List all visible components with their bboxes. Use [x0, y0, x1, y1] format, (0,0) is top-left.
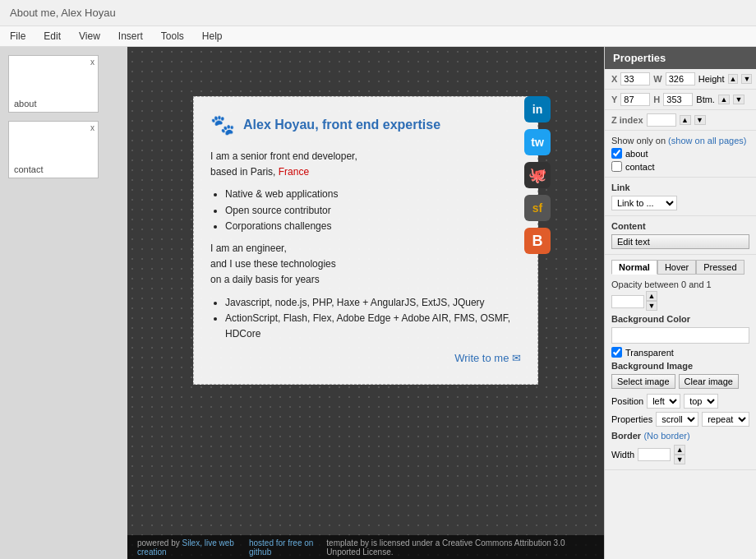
- content-title: Content: [611, 221, 749, 231]
- card-body: I am a senior front end developer, based…: [210, 149, 521, 367]
- bg-image-buttons: Select image Clear image: [611, 374, 749, 389]
- page-thumb-contact[interactable]: x contact: [8, 121, 99, 178]
- opacity-spin-down[interactable]: ▼: [646, 301, 657, 311]
- zindex-input[interactable]: [647, 113, 676, 127]
- coord-row-yh: Y H Btm. ▲ ▼: [605, 90, 756, 110]
- menu-view[interactable]: View: [76, 29, 104, 44]
- scroll-select[interactable]: scroll: [656, 412, 698, 427]
- show-all-pages-link[interactable]: (show on all pages): [668, 136, 746, 146]
- page-about-label: about: [14, 99, 37, 109]
- list1-item1: Native & web applications: [225, 187, 521, 202]
- border-link[interactable]: (No border): [643, 431, 689, 441]
- w-input[interactable]: [666, 72, 695, 85]
- linkedin-icon[interactable]: in: [524, 96, 551, 122]
- canvas-area: 🐾 Alex Hoyau, front end expertise I am a…: [127, 47, 604, 559]
- list1: Native & web applications Open source co…: [225, 187, 521, 234]
- zindex-spin-down[interactable]: ▼: [694, 115, 706, 125]
- x-input[interactable]: [620, 72, 650, 85]
- h-label: H: [653, 95, 660, 104]
- checkbox-about[interactable]: [611, 148, 622, 159]
- zindex-spin-up[interactable]: ▲: [680, 115, 691, 125]
- intro-line3: I am an engineer, and I use these techno…: [210, 241, 521, 289]
- properties-row: Properties scroll repeat: [611, 412, 749, 427]
- list1-item2: Open source contributor: [225, 203, 521, 219]
- position-row: Position left top: [611, 394, 749, 409]
- menu-insert[interactable]: Insert: [115, 29, 146, 44]
- repeat-select[interactable]: repeat: [702, 412, 749, 427]
- paw-icon: 🐾: [210, 113, 235, 136]
- menu-help[interactable]: Help: [199, 29, 226, 44]
- intro-line1: I am a senior front end developer, based…: [210, 149, 521, 180]
- opacity-row: Opacity between 0 and 1 ▲ ▼: [611, 280, 749, 311]
- card-title: Alex Hoyau, front end expertise: [243, 118, 440, 132]
- x-label: X: [611, 74, 617, 84]
- border-title: Border: [611, 431, 641, 441]
- link-select[interactable]: Link to ...: [611, 196, 677, 210]
- app-title: About me, Alex Hoyau: [10, 7, 116, 19]
- close-about-icon[interactable]: x: [90, 58, 94, 67]
- position-top-select[interactable]: top: [684, 394, 718, 409]
- transparent-row: Transparent: [611, 347, 749, 358]
- opacity-spin-up[interactable]: ▲: [646, 291, 657, 301]
- menu-edit[interactable]: Edit: [40, 29, 64, 44]
- width-spin-down[interactable]: ▼: [674, 455, 685, 464]
- content-section: Content Edit text: [605, 216, 756, 255]
- h-input[interactable]: [663, 93, 693, 106]
- btm-spin-down[interactable]: ▼: [733, 95, 744, 104]
- tab-pressed[interactable]: Pressed: [696, 260, 744, 275]
- clear-image-button[interactable]: Clear image: [679, 374, 739, 389]
- sf-icon[interactable]: sf: [524, 195, 551, 221]
- show-only-row: Show only on (show on all pages): [611, 136, 749, 146]
- width-input[interactable]: [638, 448, 671, 461]
- write-to-me[interactable]: Write to me ✉: [210, 350, 521, 367]
- position-left-select[interactable]: left: [647, 394, 680, 409]
- tab-hover[interactable]: Hover: [657, 260, 696, 275]
- footer-left: powered by Silex, live web creation: [137, 538, 249, 557]
- panel-header: Properties: [605, 47, 756, 69]
- twitter-icon[interactable]: tw: [524, 129, 551, 155]
- menu-bar: File Edit View Insert Tools Help: [0, 26, 756, 47]
- w-label: W: [653, 74, 662, 84]
- right-panel: Properties X W Height ▲ ▼ Y H Btm. ▲ ▼ Z…: [604, 47, 756, 559]
- height-spin-down[interactable]: ▼: [741, 74, 752, 84]
- silex-link[interactable]: Silex, live web creation: [137, 538, 234, 557]
- close-contact-icon[interactable]: x: [90, 123, 94, 132]
- content-card[interactable]: 🐾 Alex Hoyau, front end expertise I am a…: [193, 96, 538, 385]
- y-input[interactable]: [620, 93, 650, 106]
- properties-label: Properties: [611, 414, 652, 424]
- bg-color-box[interactable]: [611, 327, 749, 344]
- transparent-label: Transparent: [625, 348, 674, 358]
- checkbox-about-label: about: [625, 149, 648, 159]
- height-label: Height: [698, 74, 725, 84]
- show-only-section: Show only on (show on all pages) about c…: [605, 131, 756, 178]
- github-link[interactable]: hosted for free on github: [249, 538, 326, 557]
- checkbox-contact[interactable]: [611, 161, 622, 172]
- tab-normal[interactable]: Normal: [611, 260, 657, 275]
- menu-file[interactable]: File: [7, 29, 29, 44]
- width-spin-up[interactable]: ▲: [674, 445, 685, 455]
- checkbox-about-row: about: [611, 148, 749, 159]
- menu-tools[interactable]: Tools: [158, 29, 187, 44]
- opacity-input[interactable]: [611, 295, 644, 308]
- coord-row-z: Z index ▲ ▼: [605, 110, 756, 131]
- width-row: Width ▲ ▼: [611, 445, 749, 464]
- opacity-sublabel: between 0 and 1: [644, 280, 711, 289]
- blogger-icon[interactable]: B: [524, 228, 551, 254]
- state-tabs-section: Normal Hover Pressed Opacity between 0 a…: [605, 255, 756, 470]
- btm-spin-up[interactable]: ▲: [718, 95, 730, 104]
- edit-text-button[interactable]: Edit text: [611, 234, 749, 249]
- height-spin-up[interactable]: ▲: [728, 74, 739, 84]
- list1-item3: Corporations challenges: [225, 219, 521, 234]
- transparent-checkbox[interactable]: [611, 347, 622, 358]
- page-thumb-about[interactable]: x about: [8, 55, 99, 113]
- select-image-button[interactable]: Select image: [611, 374, 675, 389]
- link-row: Link to ...: [611, 196, 749, 210]
- position-label: Position: [611, 396, 643, 406]
- link-section: Link Link to ...: [605, 178, 756, 216]
- list2-item1: Javascript, node.js, PHP, Haxe + Angular…: [225, 295, 521, 311]
- main-layout: x about x contact 🐾 Alex Hoyau, front en…: [0, 47, 756, 559]
- width-label: Width: [611, 450, 634, 460]
- link-title: Link: [611, 182, 749, 192]
- github-icon[interactable]: 🐙: [524, 162, 551, 188]
- card-header: 🐾 Alex Hoyau, front end expertise: [210, 113, 521, 136]
